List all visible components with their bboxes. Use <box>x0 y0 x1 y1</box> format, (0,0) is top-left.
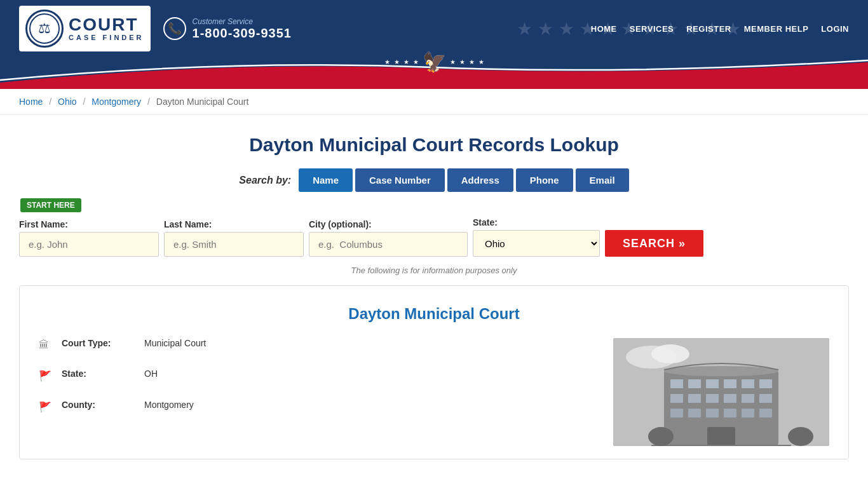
svg-rect-12 <box>670 394 683 403</box>
court-detail-state: 🚩 State: OH <box>39 369 594 382</box>
county-value: Montgomery <box>144 400 594 410</box>
logo-case-finder-text: CASE FINDER <box>69 34 144 41</box>
county-icon: 🚩 <box>39 401 54 413</box>
logo-icon: ⚖ <box>29 13 60 44</box>
form-row: First Name: Last Name: City (optional): … <box>19 217 849 257</box>
header-left: ⚖ COURT CASE FINDER 📞 Customer Service 1… <box>19 6 292 51</box>
search-button[interactable]: SEARCH » <box>605 230 703 257</box>
search-form-container: START HERE First Name: Last Name: City (… <box>19 198 849 257</box>
phone-icon: 📞 <box>163 17 186 40</box>
state-field: State: AlabamaAlaskaArizonaArkansas Cali… <box>473 217 600 257</box>
logo-container: ⚖ COURT CASE FINDER <box>19 6 151 51</box>
eagle-container: ★ ★ ★ ★ 🦅 ★ ★ ★ ★ <box>384 51 484 73</box>
state-select[interactable]: AlabamaAlaskaArizonaArkansas CaliforniaC… <box>473 230 600 257</box>
breadcrumb-montgomery[interactable]: Montgomery <box>92 97 141 107</box>
svg-rect-8 <box>706 379 719 388</box>
last-name-label: Last Name: <box>164 219 304 229</box>
wave-container: ★ ★ ★ ★ 🦅 ★ ★ ★ ★ <box>0 57 868 89</box>
breadcrumb-sep-3: / <box>147 97 150 107</box>
court-info-body: 🏛 Court Type: Municipal Court 🚩 State: O… <box>39 338 829 446</box>
svg-rect-10 <box>742 379 754 388</box>
svg-rect-22 <box>742 409 754 417</box>
court-detail-type: 🏛 Court Type: Municipal Court <box>39 338 594 351</box>
court-detail-county: 🚩 County: Montgomery <box>39 400 594 413</box>
svg-point-26 <box>648 427 674 446</box>
tab-case-number[interactable]: Case Number <box>355 168 445 192</box>
tab-email[interactable]: Email <box>576 168 629 192</box>
court-building-image <box>613 338 829 446</box>
court-type-value: Municipal Court <box>144 338 594 348</box>
city-input[interactable] <box>309 232 468 257</box>
svg-point-27 <box>788 427 813 446</box>
nav-services[interactable]: SERVICES <box>630 24 674 34</box>
svg-rect-23 <box>759 409 772 417</box>
tab-address[interactable]: Address <box>447 168 513 192</box>
svg-rect-9 <box>724 379 736 388</box>
search-by-label: Search by: <box>239 175 291 186</box>
svg-point-3 <box>651 344 689 363</box>
nav-member-help[interactable]: MEMBER HELP <box>744 24 809 34</box>
state-label-detail: State: <box>62 369 144 379</box>
city-field: City (optional): <box>309 219 468 257</box>
nav-menu: HOME SERVICES REGISTER MEMBER HELP LOGIN <box>591 24 849 34</box>
logo-court-text: COURT <box>69 16 144 34</box>
breadcrumb-home[interactable]: Home <box>19 97 43 107</box>
svg-rect-14 <box>706 394 719 403</box>
court-info-box: Dayton Municipal Court 🏛 Court Type: Mun… <box>19 285 849 459</box>
info-note: The following is for information purpose… <box>19 266 849 275</box>
svg-rect-6 <box>670 379 683 388</box>
nav-home[interactable]: HOME <box>591 24 617 34</box>
cs-phone: 1-800-309-9351 <box>193 26 292 41</box>
breadcrumb-sep-2: / <box>83 97 86 107</box>
svg-rect-15 <box>724 394 736 403</box>
svg-rect-21 <box>724 409 736 417</box>
state-label: State: <box>473 217 600 227</box>
breadcrumb: Home / Ohio / Montgomery / Dayton Munici… <box>0 89 868 115</box>
first-name-field: First Name: <box>19 219 159 257</box>
logo-circle: ⚖ <box>25 10 64 48</box>
svg-rect-19 <box>688 409 701 417</box>
cs-label: Customer Service <box>193 17 292 26</box>
eagle-stars: ★ ★ ★ ★ 🦅 ★ ★ ★ ★ <box>384 51 484 73</box>
court-building-svg <box>613 338 829 446</box>
first-name-label: First Name: <box>19 219 159 229</box>
header: ★ ★ ★ ★ ★ ★ ★ ★ ★ ★ ★ ⚖ COURT CASE FINDE… <box>0 0 868 57</box>
breadcrumb-sep-1: / <box>49 97 51 107</box>
nav-login[interactable]: LOGIN <box>821 24 849 34</box>
svg-rect-17 <box>759 394 772 403</box>
tab-phone[interactable]: Phone <box>516 168 573 192</box>
logo-text: COURT CASE FINDER <box>69 16 144 41</box>
city-label: City (optional): <box>309 219 468 229</box>
svg-rect-20 <box>706 409 719 417</box>
svg-rect-16 <box>742 394 754 403</box>
court-type-icon: 🏛 <box>39 339 54 351</box>
svg-rect-18 <box>670 409 683 417</box>
county-label: County: <box>62 400 144 410</box>
last-name-input[interactable] <box>164 232 304 257</box>
state-icon: 🚩 <box>39 370 54 382</box>
first-name-input[interactable] <box>19 232 159 257</box>
customer-service-text: Customer Service 1-800-309-9351 <box>193 17 292 41</box>
last-name-field: Last Name: <box>164 219 304 257</box>
svg-rect-7 <box>688 379 701 388</box>
breadcrumb-ohio[interactable]: Ohio <box>58 97 77 107</box>
court-type-label: Court Type: <box>62 338 144 348</box>
search-by-row: Search by: Name Case Number Address Phon… <box>19 168 849 192</box>
svg-point-5 <box>664 366 778 376</box>
start-here-badge: START HERE <box>20 198 81 212</box>
svg-rect-25 <box>651 445 791 446</box>
court-info-title: Dayton Municipal Court <box>39 305 829 323</box>
breadcrumb-current: Dayton Municipal Court <box>156 97 249 107</box>
tab-name[interactable]: Name <box>299 168 353 192</box>
page-title: Dayton Municipal Court Records Lookup <box>19 134 849 156</box>
main-content: Dayton Municipal Court Records Lookup Se… <box>0 115 868 472</box>
svg-rect-11 <box>759 379 772 388</box>
svg-rect-24 <box>707 427 735 446</box>
customer-service: 📞 Customer Service 1-800-309-9351 <box>163 17 292 41</box>
svg-rect-13 <box>688 394 701 403</box>
court-details: 🏛 Court Type: Municipal Court 🚩 State: O… <box>39 338 594 446</box>
nav-register[interactable]: REGISTER <box>686 24 731 34</box>
state-value: OH <box>144 369 594 379</box>
